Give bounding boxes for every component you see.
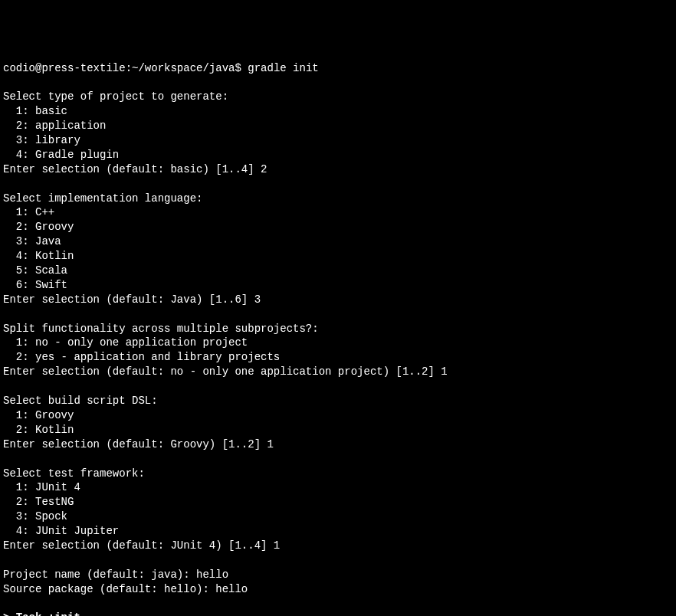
project-type-option: 3: library xyxy=(3,134,80,146)
subprojects-entry: Enter selection (default: no - only one … xyxy=(3,365,448,378)
test-framework-header: Select test framework: xyxy=(3,467,145,480)
test-framework-entry: Enter selection (default: JUnit 4) [1..4… xyxy=(3,539,280,552)
subprojects-option: 2: yes - application and library project… xyxy=(3,351,280,363)
project-type-option: 1: basic xyxy=(3,105,67,117)
language-option: 3: Java xyxy=(3,235,61,247)
language-option: 2: Groovy xyxy=(3,221,74,233)
project-name-entry: Project name (default: java): hello xyxy=(3,568,228,581)
subprojects-option: 1: no - only one application project xyxy=(3,336,248,349)
task-init-header: > Task :init xyxy=(3,611,80,616)
test-framework-option: 4: JUnit Jupiter xyxy=(3,525,119,537)
project-type-option: 4: Gradle plugin xyxy=(3,149,119,161)
language-entry: Enter selection (default: Java) [1..6] 3 xyxy=(3,293,261,306)
project-type-entry: Enter selection (default: basic) [1..4] … xyxy=(3,163,267,175)
dsl-option: 1: Groovy xyxy=(3,409,74,421)
language-option: 4: Kotlin xyxy=(3,250,74,262)
test-framework-option: 1: JUnit 4 xyxy=(3,481,80,493)
prompt-line-1: codio@press-textile:~/workspace/java$ gr… xyxy=(3,62,319,74)
terminal-output[interactable]: codio@press-textile:~/workspace/java$ gr… xyxy=(3,61,673,616)
language-option: 1: C++ xyxy=(3,206,54,218)
test-framework-option: 3: Spock xyxy=(3,510,67,523)
language-header: Select implementation language: xyxy=(3,192,202,205)
dsl-header: Select build script DSL: xyxy=(3,395,158,407)
test-framework-option: 2: TestNG xyxy=(3,496,74,508)
source-package-entry: Source package (default: hello): hello xyxy=(3,583,248,595)
dsl-entry: Enter selection (default: Groovy) [1..2]… xyxy=(3,438,274,451)
project-type-option: 2: application xyxy=(3,120,106,132)
subprojects-header: Split functionality across multiple subp… xyxy=(3,323,319,335)
language-option: 5: Scala xyxy=(3,264,67,277)
dsl-option: 2: Kotlin xyxy=(3,424,74,436)
language-option: 6: Swift xyxy=(3,279,67,291)
project-type-header: Select type of project to generate: xyxy=(3,90,228,103)
